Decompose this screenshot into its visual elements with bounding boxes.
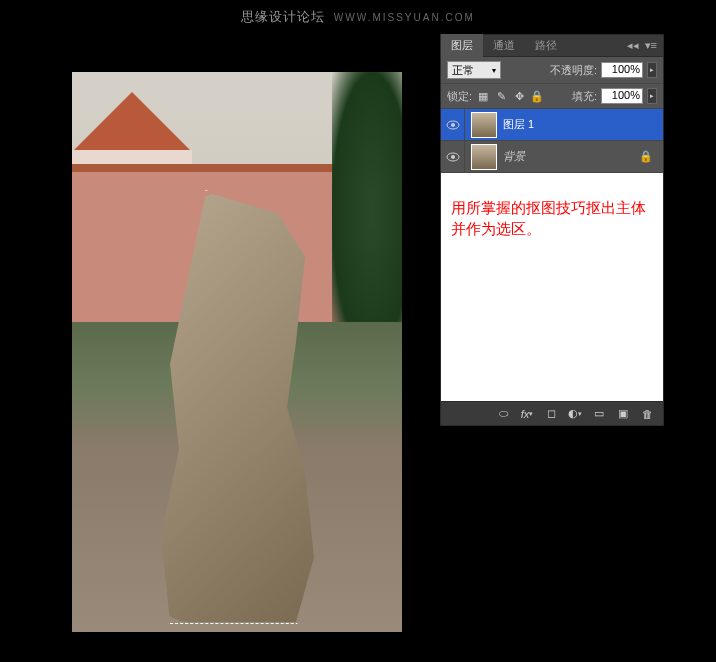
group-icon[interactable]: ▭	[591, 406, 607, 422]
layer-name[interactable]: 图层 1	[503, 117, 534, 132]
layer-mask-icon[interactable]: ◻	[543, 406, 559, 422]
instruction-text: 用所掌握的抠图技巧抠出主体并作为选区。	[441, 173, 663, 401]
lock-pixels-icon[interactable]: ✎	[494, 90, 508, 103]
fx-icon[interactable]: fx▾	[519, 406, 535, 422]
visibility-toggle[interactable]	[441, 109, 465, 140]
layer-row[interactable]: 图层 1	[441, 109, 663, 141]
new-layer-icon[interactable]: ▣	[615, 406, 631, 422]
canvas[interactable]	[72, 72, 402, 632]
lock-transparent-icon[interactable]: ▦	[476, 90, 490, 103]
opacity-input[interactable]: 100%	[601, 62, 643, 78]
fill-label: 填充:	[572, 89, 597, 104]
panel-footer: ⬭ fx▾ ◻ ◐▾ ▭ ▣ 🗑	[441, 401, 663, 425]
tab-paths[interactable]: 路径	[525, 34, 567, 57]
visibility-toggle[interactable]	[441, 141, 465, 172]
blend-opacity-row: 正常 ▾ 不透明度: 100% ▸	[441, 57, 663, 84]
canvas-tree	[332, 72, 402, 352]
adjustment-layer-icon[interactable]: ◐▾	[567, 406, 583, 422]
tab-channels[interactable]: 通道	[483, 34, 525, 57]
lock-icon: 🔒	[639, 150, 653, 163]
link-layers-icon[interactable]: ⬭	[495, 406, 511, 422]
watermark-text: 思缘设计论坛	[241, 9, 325, 24]
watermark: 思缘设计论坛 WWW.MISSYUAN.COM	[241, 8, 475, 26]
layer-thumbnail[interactable]	[471, 144, 497, 170]
fill-stepper[interactable]: ▸	[647, 88, 657, 104]
lock-buttons: ▦ ✎ ✥ 🔒	[476, 90, 544, 103]
lock-label: 锁定:	[447, 89, 472, 104]
layer-row[interactable]: 背景 🔒	[441, 141, 663, 173]
layers-panel: 图层 通道 路径 ◂◂ ▾≡ 正常 ▾ 不透明度: 100% ▸ 锁定: ▦ ✎…	[440, 34, 664, 426]
opacity-label: 不透明度:	[550, 63, 597, 78]
blend-mode-value: 正常	[452, 63, 474, 78]
svg-point-3	[451, 155, 455, 159]
layer-thumbnail[interactable]	[471, 112, 497, 138]
chevron-down-icon: ▾	[492, 66, 496, 75]
layers-list: 图层 1 背景 🔒	[441, 109, 663, 173]
tab-layers[interactable]: 图层	[441, 34, 483, 57]
watermark-url: WWW.MISSYUAN.COM	[334, 12, 475, 23]
eye-icon	[446, 120, 460, 130]
fill-input[interactable]: 100%	[601, 88, 643, 104]
panel-collapse-icon[interactable]: ◂◂	[627, 39, 639, 52]
eye-icon	[446, 152, 460, 162]
layer-name[interactable]: 背景	[503, 149, 525, 164]
lock-fill-row: 锁定: ▦ ✎ ✥ 🔒 填充: 100% ▸	[441, 84, 663, 109]
lock-all-icon[interactable]: 🔒	[530, 90, 544, 103]
blend-mode-dropdown[interactable]: 正常 ▾	[447, 61, 501, 79]
svg-point-1	[451, 123, 455, 127]
panel-tabs: 图层 通道 路径 ◂◂ ▾≡	[441, 35, 663, 57]
opacity-stepper[interactable]: ▸	[647, 62, 657, 78]
panel-menu-icon[interactable]: ▾≡	[645, 39, 657, 52]
lock-position-icon[interactable]: ✥	[512, 90, 526, 103]
trash-icon[interactable]: 🗑	[639, 406, 655, 422]
